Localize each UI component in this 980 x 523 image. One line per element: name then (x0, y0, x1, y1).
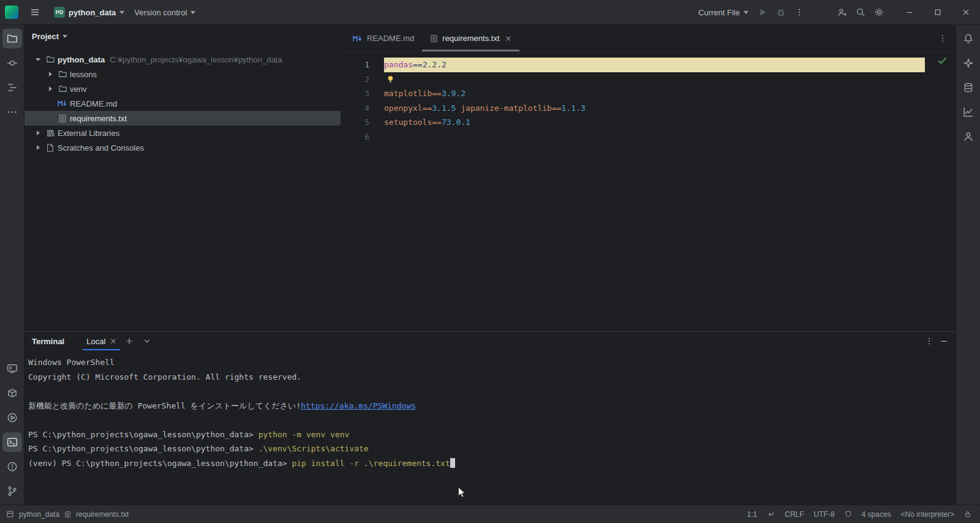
terminal-tool-button[interactable] (2, 432, 22, 452)
tab-readme[interactable]: README.md (345, 25, 422, 51)
chevron-down-icon[interactable] (36, 58, 40, 61)
encoding-widget[interactable]: UTF-8 (814, 510, 835, 519)
chevron-down-icon (190, 11, 195, 14)
scratch-file-icon (44, 143, 56, 152)
chevron-right-icon[interactable] (49, 72, 52, 77)
tree-item-label: Scratches and Consoles (58, 143, 144, 152)
sci-view-button[interactable] (959, 102, 978, 122)
window-maximize-button[interactable] (924, 0, 952, 24)
project-tree: python_data C:¥python_projects¥ogawa_les… (24, 47, 341, 155)
editor-options-button[interactable] (938, 34, 947, 43)
terminal-line: (venv) PS C:\python_projects\ogawa_lesso… (28, 456, 956, 471)
more-actions-button[interactable] (790, 3, 809, 21)
database-button[interactable] (959, 78, 978, 97)
chevron-down-icon (143, 337, 151, 345)
chevron-right-icon[interactable] (37, 145, 40, 150)
statusbar-file[interactable]: requirements.txt (76, 510, 129, 519)
terminal-line-empty (28, 384, 956, 399)
tree-item-python-data[interactable]: python_data C:¥python_projects¥ogawa_les… (24, 52, 341, 67)
python-console-tool-button[interactable] (2, 359, 22, 378)
terminal-title[interactable]: Terminal (32, 332, 64, 350)
powershell-update-link[interactable]: https://aka.ms/PSWindows (301, 401, 416, 410)
chevron-right-icon[interactable] (37, 130, 40, 135)
terminal-tab-close-button[interactable] (110, 338, 116, 344)
terminal-tab-local[interactable]: Local (83, 332, 120, 350)
lock-icon[interactable] (964, 510, 971, 518)
more-dots-icon (7, 107, 18, 118)
python-packages-tool-button[interactable] (2, 383, 22, 403)
tool-window-widget-icon[interactable] (6, 510, 14, 518)
file-text-icon (64, 511, 71, 518)
line-number: 4 (341, 101, 384, 116)
line-number: 1 (341, 58, 384, 72)
inspections-widget[interactable] (938, 57, 947, 65)
vcs-widget[interactable]: Version control (129, 3, 200, 21)
terminal-command: pip install -r .\requirements.txt (292, 459, 450, 468)
debug-button[interactable] (772, 3, 790, 21)
tree-item-path: C:¥python_projects¥ogawa_lesson¥python_d… (110, 55, 282, 64)
tree-item-scratches[interactable]: Scratches and Consoles (24, 140, 341, 155)
services-tool-button[interactable] (2, 408, 22, 427)
tree-item-venv[interactable]: venv (24, 81, 341, 96)
python-console-icon (7, 363, 18, 374)
project-tool-button[interactable] (2, 29, 22, 48)
left-tool-strip (0, 25, 24, 505)
indent-widget[interactable]: 4 spaces (862, 510, 891, 519)
project-panel-header[interactable]: Project (24, 25, 341, 47)
learn-button[interactable] (959, 127, 978, 146)
statusbar-project[interactable]: python_data (19, 510, 59, 519)
line-break-icon[interactable] (767, 510, 775, 518)
structure-tool-button[interactable] (2, 78, 22, 97)
tab-close-button[interactable] (505, 36, 511, 42)
run-button[interactable] (753, 3, 772, 21)
editor-code[interactable]: pandas==2.2.2 japanize-matplotlib==1.1.3… (384, 52, 956, 331)
minimize-icon (905, 8, 914, 17)
hide-terminal-button[interactable] (940, 337, 948, 345)
main-menu-button[interactable] (26, 3, 44, 21)
intention-bulb-icon[interactable] (386, 75, 394, 83)
tree-item-lessons[interactable]: lessons (24, 67, 341, 81)
code-line[interactable] (384, 130, 925, 145)
terminal-options-button[interactable] (925, 337, 933, 345)
settings-button[interactable] (870, 3, 888, 21)
file-text-icon (56, 114, 69, 123)
tree-item-requirements[interactable]: requirements.txt (24, 111, 341, 126)
commit-tool-button[interactable] (2, 53, 22, 73)
line-ending-widget[interactable]: CRLF (785, 510, 804, 519)
titlebar: PD python_data Version control Current F… (0, 0, 980, 25)
new-terminal-session-button[interactable] (120, 332, 138, 350)
terminal-sessions-dropdown-button[interactable] (138, 332, 156, 350)
pycharm-logo-icon (5, 6, 18, 19)
problems-icon (7, 461, 18, 472)
tree-item-external-libraries[interactable]: External Libraries (24, 126, 341, 140)
code-line[interactable]: matplotlib==3.9.2 (384, 86, 925, 101)
folder-icon (56, 70, 69, 78)
tab-label: requirements.txt (442, 34, 499, 43)
notifications-button[interactable] (959, 29, 978, 48)
code-line[interactable]: pandas==2.2.2 (384, 58, 925, 72)
code-with-me-button[interactable] (833, 3, 851, 21)
ai-assistant-button[interactable] (959, 53, 978, 73)
more-tool-windows-button[interactable] (2, 102, 22, 122)
person-icon (963, 131, 974, 142)
tab-requirements[interactable]: requirements.txt (422, 25, 519, 51)
version-control-tool-button[interactable] (2, 481, 22, 501)
terminal-output[interactable]: Windows PowerShell Copyright (C) Microso… (24, 350, 956, 505)
search-everywhere-button[interactable] (851, 3, 870, 21)
problems-tool-button[interactable] (2, 457, 22, 476)
code-line[interactable]: japanize-matplotlib==1.1.3 (384, 72, 925, 87)
window-minimize-button[interactable] (895, 0, 924, 24)
code-line[interactable]: openpyxl==3.1.5 (384, 101, 925, 116)
shield-icon[interactable] (845, 510, 852, 518)
editor[interactable]: 1 2 3 4 5 6 pandas==2.2.2 japanize-matpl… (341, 52, 956, 331)
code-line[interactable]: setuptools==73.0.1 (384, 115, 925, 130)
terminal-header: Terminal Local (24, 332, 956, 350)
interpreter-widget[interactable]: <No interpreter> (901, 510, 954, 519)
run-config-selector[interactable]: Current File (693, 3, 753, 21)
chevron-down-icon (62, 35, 67, 38)
project-widget[interactable]: PD python_data (49, 3, 129, 21)
window-close-button[interactable] (952, 0, 980, 24)
tree-item-readme[interactable]: README.md (24, 96, 341, 111)
caret-position-widget[interactable]: 1:1 (747, 510, 758, 519)
chevron-right-icon[interactable] (49, 86, 52, 91)
